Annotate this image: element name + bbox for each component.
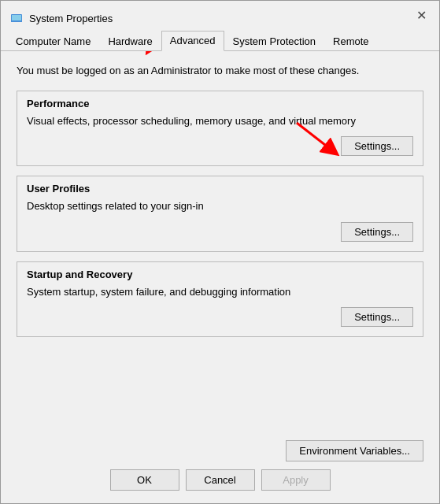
svg-rect-2: [11, 21, 22, 22]
tab-hardware[interactable]: Hardware: [99, 32, 161, 51]
user-profiles-section: User Profiles Desktop settings related t…: [17, 176, 423, 251]
tab-system-protection[interactable]: System Protection: [224, 32, 325, 51]
cancel-button[interactable]: Cancel: [186, 469, 255, 491]
system-properties-window: System Properties ✕ Computer Name Hardwa…: [0, 0, 440, 504]
user-profiles-title: User Profiles: [27, 183, 413, 195]
tab-computer-name[interactable]: Computer Name: [7, 32, 99, 51]
arrow-to-advanced: [127, 51, 190, 59]
startup-recovery-title: Startup and Recovery: [27, 269, 413, 280]
performance-title: Performance: [27, 98, 413, 109]
performance-btn-row: Settings...: [27, 136, 413, 156]
content-area: You must be logged on as an Administrato…: [1, 51, 439, 431]
startup-recovery-btn-row: Settings...: [27, 307, 413, 327]
user-profiles-btn-row: Settings...: [27, 222, 413, 242]
performance-desc: Visual effects, processor scheduling, me…: [27, 114, 413, 128]
apply-button[interactable]: Apply: [261, 469, 331, 491]
env-variables-row: Environment Variables...: [17, 440, 423, 461]
close-button[interactable]: ✕: [403, 4, 439, 26]
env-variables-button[interactable]: Environment Variables...: [286, 440, 423, 461]
title-bar-left: System Properties: [10, 12, 113, 24]
tab-advanced[interactable]: Advanced: [161, 31, 224, 51]
ok-cancel-apply-row: OK Cancel Apply: [17, 469, 423, 491]
startup-recovery-section: Startup and Recovery System startup, sys…: [17, 261, 423, 337]
startup-recovery-settings-button[interactable]: Settings...: [341, 307, 413, 327]
tab-remote[interactable]: Remote: [324, 32, 378, 51]
user-profiles-settings-button[interactable]: Settings...: [341, 222, 413, 242]
tabs-row: Computer Name Hardware Advanced System P…: [1, 29, 439, 51]
performance-section: Performance Visual effects, processor sc…: [17, 91, 423, 166]
title-bar: System Properties ✕: [1, 1, 439, 29]
window-title: System Properties: [29, 13, 113, 24]
ok-button[interactable]: OK: [110, 469, 179, 491]
footer: Environment Variables... OK Cancel Apply: [1, 431, 439, 503]
window-icon: [10, 12, 23, 24]
svg-rect-1: [12, 15, 21, 20]
user-profiles-desc: Desktop settings related to your sign-in: [27, 199, 413, 213]
performance-settings-button[interactable]: Settings...: [341, 136, 413, 156]
startup-recovery-desc: System startup, system failure, and debu…: [27, 285, 413, 299]
admin-notice: You must be logged on as an Administrato…: [17, 64, 423, 78]
